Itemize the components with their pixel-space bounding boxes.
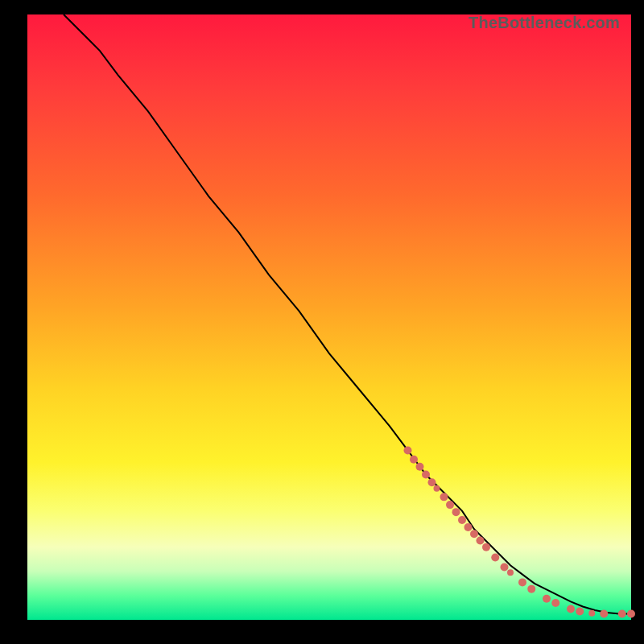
marker-dot <box>404 446 412 454</box>
marker-dot <box>452 508 460 516</box>
marker-dot <box>600 609 608 617</box>
marker-dot <box>416 463 424 471</box>
marker-dot <box>501 564 509 572</box>
marker-dot <box>410 456 418 464</box>
plot-area: TheBottleneck.com <box>27 14 631 620</box>
marker-dot <box>482 543 490 551</box>
marker-dot <box>491 554 499 562</box>
marker-dot <box>507 569 514 576</box>
marker-dot <box>470 530 478 538</box>
marker-dot <box>446 501 454 509</box>
chart-frame: TheBottleneck.com <box>0 0 644 644</box>
marker-dot <box>458 516 466 524</box>
marker-dot <box>477 536 485 544</box>
marker-dot <box>518 578 526 586</box>
chart-svg <box>27 14 631 620</box>
marker-dot <box>543 595 551 603</box>
marker-dot <box>422 471 430 479</box>
marker-dot <box>428 478 436 486</box>
marker-dot <box>464 523 473 531</box>
marker-dot <box>440 493 448 501</box>
series-bottleneck-curve <box>64 14 631 613</box>
marker-dot <box>576 607 584 615</box>
marker-dot <box>618 609 626 617</box>
marker-dot <box>567 605 575 613</box>
marker-dot <box>434 485 440 492</box>
marker-dot <box>588 610 595 617</box>
marker-dot <box>627 609 635 617</box>
highlight-dots <box>404 446 636 617</box>
marker-dot <box>527 585 535 593</box>
marker-dot <box>551 599 559 607</box>
